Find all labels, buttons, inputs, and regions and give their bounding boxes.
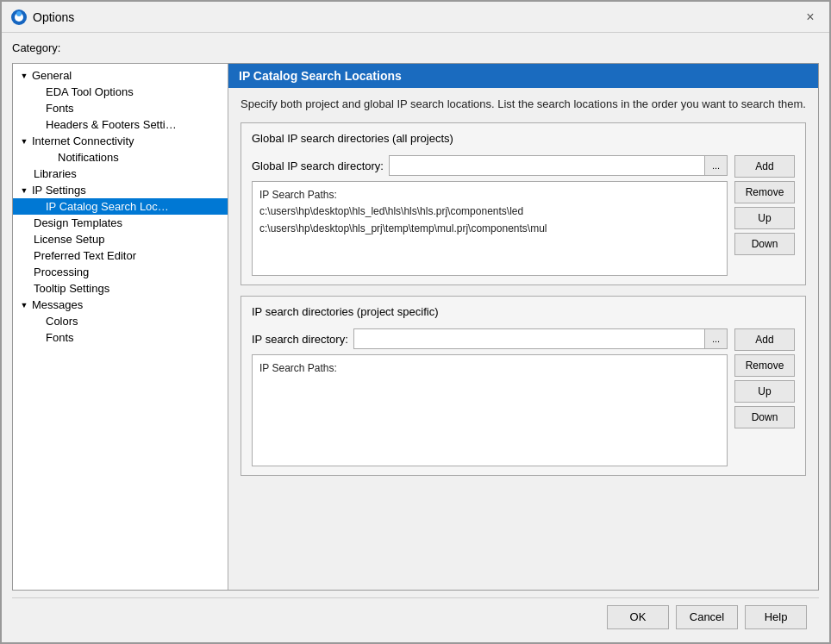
global-paths-area: Global IP search directory: ... IP Searc… (252, 155, 728, 276)
tree-item-preferred-text[interactable]: Preferred Text Editor (13, 247, 228, 264)
tree-label-libraries: Libraries (34, 167, 77, 180)
project-down-button[interactable]: Down (734, 406, 795, 428)
panel-description: Specify both project and global IP searc… (241, 97, 806, 112)
project-input-browse: ... (353, 328, 728, 349)
tree-item-headers-footers[interactable]: Headers & Footers Setti… (13, 116, 228, 133)
tree-label-notifications: Notifications (58, 151, 119, 164)
tree-label-design-templates: Design Templates (34, 216, 122, 229)
tree-item-fonts2[interactable]: Fonts (13, 329, 228, 346)
tree-item-notifications[interactable]: Notifications (13, 149, 228, 166)
tree-label-colors: Colors (46, 315, 78, 328)
project-remove-button[interactable]: Remove (734, 354, 795, 377)
tree-label-headers: Headers & Footers Setti… (46, 118, 177, 131)
tree-label-preferred-text: Preferred Text Editor (34, 249, 136, 262)
cancel-button[interactable]: Cancel (676, 605, 738, 629)
global-path-1: c:\users\hp\desktop\hls_led\hls\hls\hls.… (259, 203, 720, 220)
svg-point-2 (16, 11, 22, 16)
global-down-button[interactable]: Down (734, 233, 795, 255)
category-label: Category: (12, 41, 819, 54)
panel-header: IP Catalog Search Locations (228, 64, 818, 88)
tree-item-messages[interactable]: ▼ Messages (13, 297, 228, 313)
project-content: IP search directory: ... IP Search Paths… (252, 328, 795, 466)
global-section: Global IP search directories (all projec… (241, 122, 806, 285)
dialog-body: Category: ▼ General EDA Tool Options Fon… (2, 33, 829, 642)
tree-label-messages: Messages (32, 298, 83, 311)
tree-label-internet: Internet Connectivity (32, 134, 134, 147)
dialog-footer: OK Cancel Help (12, 597, 819, 635)
global-path-2: c:\users\hp\desktop\hls_prj\temp\temp\mu… (259, 221, 720, 237)
tree-item-fonts1[interactable]: Fonts (13, 100, 228, 116)
tree-item-design-templates[interactable]: Design Templates (13, 215, 228, 231)
global-add-button[interactable]: Add (734, 155, 795, 178)
category-tree[interactable]: ▼ General EDA Tool Options Fonts Headers… (13, 64, 228, 590)
dialog-title: Options (33, 10, 74, 24)
arrow-ip-settings: ▼ (18, 186, 30, 195)
tree-item-general[interactable]: ▼ General (13, 67, 228, 84)
titlebar-left: Options (10, 9, 74, 26)
global-input-row: Global IP search directory: ... (252, 155, 728, 176)
titlebar: Options × (2, 2, 829, 33)
tree-item-processing[interactable]: Processing (13, 264, 228, 280)
tree-label-tooltip-settings: Tooltip Settings (34, 282, 109, 295)
project-section-title: IP search directories (project specific) (252, 305, 795, 318)
ok-button[interactable]: OK (607, 605, 669, 629)
global-input-label: Global IP search directory: (252, 159, 384, 172)
project-paths-area: IP search directory: ... IP Search Paths… (252, 328, 728, 466)
panel-body: Specify both project and global IP searc… (228, 88, 818, 590)
tree-item-tooltip-settings[interactable]: Tooltip Settings (13, 280, 228, 297)
help-button[interactable]: Help (745, 605, 807, 629)
tree-label-general: General (32, 69, 72, 82)
tree-label-eda: EDA Tool Options (46, 85, 134, 98)
project-section: IP search directories (project specific)… (241, 296, 806, 476)
tree-label-fonts1: Fonts (46, 102, 74, 115)
tree-label-fonts2: Fonts (46, 331, 74, 344)
global-browse-button[interactable]: ... (705, 155, 728, 176)
tree-item-colors[interactable]: Colors (13, 313, 228, 329)
tree-item-ip-settings[interactable]: ▼ IP Settings (13, 182, 228, 198)
global-search-paths-box[interactable]: IP Search Paths: c:\users\hp\desktop\hls… (252, 181, 728, 276)
global-paths-label: IP Search Paths: (259, 187, 720, 203)
options-dialog: Options × Category: ▼ General EDA Tool O… (0, 0, 831, 644)
tree-item-license-setup[interactable]: License Setup (13, 231, 228, 247)
tree-item-libraries[interactable]: Libraries (13, 166, 228, 182)
global-section-title: Global IP search directories (all projec… (252, 132, 795, 145)
arrow-internet: ▼ (18, 137, 30, 146)
tree-label-ip-catalog: IP Catalog Search Loc… (46, 200, 169, 213)
close-button[interactable]: × (798, 5, 822, 29)
tree-label-processing: Processing (34, 266, 89, 278)
project-input-row: IP search directory: ... (252, 328, 728, 349)
tree-item-ip-catalog[interactable]: IP Catalog Search Loc… (13, 198, 228, 215)
tree-label-ip-settings: IP Settings (32, 184, 86, 197)
global-action-buttons: Add Remove Up Down (734, 155, 795, 255)
global-content: Global IP search directory: ... IP Searc… (252, 155, 795, 276)
global-input-browse: ... (389, 155, 728, 176)
tree-label-license-setup: License Setup (34, 233, 104, 246)
tree-item-eda-tool-options[interactable]: EDA Tool Options (13, 84, 228, 100)
right-panel: IP Catalog Search Locations Specify both… (228, 64, 818, 590)
arrow-messages: ▼ (18, 301, 30, 309)
project-input-label: IP search directory: (252, 333, 348, 346)
global-remove-button[interactable]: Remove (734, 181, 795, 203)
main-content: ▼ General EDA Tool Options Fonts Headers… (12, 63, 819, 591)
project-up-button[interactable]: Up (734, 380, 795, 403)
project-search-paths-box[interactable]: IP Search Paths: (252, 354, 728, 466)
app-icon (10, 9, 28, 26)
global-directory-input[interactable] (389, 155, 705, 176)
project-browse-button[interactable]: ... (705, 328, 728, 349)
project-add-button[interactable]: Add (734, 328, 795, 351)
global-up-button[interactable]: Up (734, 207, 795, 229)
arrow-general: ▼ (18, 72, 30, 80)
tree-item-internet[interactable]: ▼ Internet Connectivity (13, 133, 228, 149)
project-paths-label: IP Search Paths: (259, 360, 720, 377)
project-action-buttons: Add Remove Up Down (734, 328, 795, 428)
project-directory-input[interactable] (353, 328, 705, 349)
